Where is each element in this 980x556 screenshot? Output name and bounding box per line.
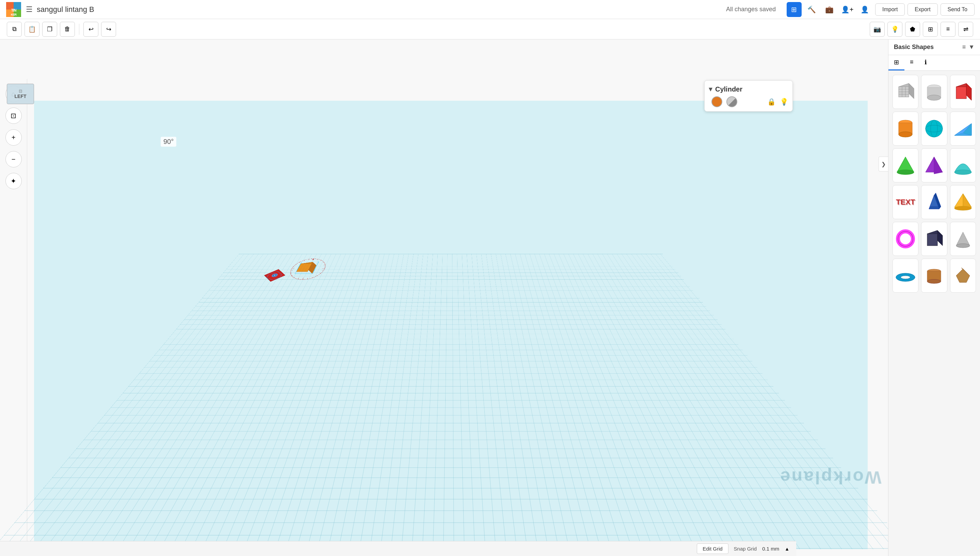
red-diamond-object[interactable]: ✦ [256,268,289,281]
workplane[interactable]: ✦ Workplane [34,101,868,549]
svg-marker-63 [966,83,972,100]
undo-button[interactable]: ↩ [83,22,99,37]
align-button[interactable]: ⊞ [923,22,938,37]
shape-item-torus-flat[interactable] [893,259,919,293]
shape-item-text-red[interactable]: TEXT TEXT [893,185,919,219]
shape-item-cylinder-gray[interactable] [921,75,947,109]
shape-item-cylinder-orange[interactable] [893,112,919,145]
shape-item-wedge-blue[interactable] [950,112,976,145]
edit-grid-button[interactable]: Edit Grid [697,543,728,554]
document-icon[interactable]: ☰ [26,5,33,14]
zoom-out-button[interactable]: − [5,151,22,167]
paste-button[interactable]: 📋 [24,22,39,37]
svg-point-67 [925,120,943,137]
copy-button[interactable]: ⧉ [7,22,22,37]
shape-properties-panel: ▾ Cylinder 🔒 💡 [704,80,793,112]
sidebar-collapse-button[interactable]: ❯ [878,157,888,171]
svg-rect-90 [927,234,938,246]
svg-rect-62 [956,87,966,99]
shape-name: Cylinder [715,86,742,93]
bottom-bar: Edit Grid Snap Grid 0.1 mm ▲ [0,541,796,556]
svg-point-78 [954,170,972,175]
mirror-button[interactable]: ⇌ [958,22,973,37]
more-options-button[interactable]: ✦ [5,173,22,189]
redo-button[interactable]: ↪ [101,22,116,37]
snap-grid-label: Snap Grid [734,546,757,551]
avatar-button[interactable]: 👤 [857,2,872,17]
shapes-expand-button[interactable]: ▼ [969,44,975,51]
list-tab[interactable]: ≡ [904,55,919,70]
svg-marker-99 [956,269,970,283]
svg-line-28 [320,273,321,273]
svg-marker-91 [938,230,943,246]
send-to-button[interactable]: Send To [941,3,975,16]
svg-line-20 [302,278,303,280]
light-prop-icon[interactable]: 💡 [780,98,788,106]
toolbar: ⧉ 📋 ❐ 🗑 ↩ ↪ 📷 💡 ⬟ ⊞ ≡ ⇌ [0,19,980,39]
solid-color-button[interactable] [712,96,722,107]
shape-item-cone-gray[interactable] [950,222,976,256]
svg-point-98 [927,280,941,283]
light-button[interactable]: 💡 [888,22,902,37]
lock-icon[interactable]: 🔒 [767,98,776,106]
svg-line-41 [309,259,309,260]
topbar: TIN KER ☰ sanggul lintang B All changes … [0,0,980,19]
svg-point-93 [956,244,970,248]
svg-marker-52 [909,83,914,99]
svg-point-60 [927,95,941,100]
shape-item-cylinder-brown[interactable] [921,259,947,293]
delete-button[interactable]: 🗑 [60,22,75,37]
duplicate-button[interactable]: ❐ [42,22,57,37]
shapes-dropdown-button[interactable]: ≡ [962,44,966,51]
shape-item-paraboloid-teal[interactable] [950,149,976,183]
grid-surface: ✦ [0,254,888,549]
shape-item-box-navy[interactable] [921,222,947,256]
toolbar-separator-1 [79,24,79,35]
shape-item-pyramid-purple[interactable] [921,149,947,183]
shapes-grid: TEXT TEXT [888,71,980,297]
shape-item-cone-green[interactable] [893,149,919,183]
shapes-panel-title: Basic Shapes [894,44,934,51]
shape-item-shape-brown2[interactable] [950,259,976,293]
canvas-area[interactable]: ⌂ ⊡ + − ✦ ⊡ LEFT [0,39,888,556]
shapes-panel: Basic Shapes ≡ ▼ ⊞ ≡ ℹ [888,39,980,556]
camera-button[interactable]: 📷 [870,22,885,37]
tinkercad-logo[interactable]: TIN KER [5,2,22,18]
shape-item-sphere-teal[interactable] [921,112,947,145]
grid-tab[interactable]: ⊞ [888,55,904,70]
svg-point-75 [897,170,914,175]
zoom-in-button[interactable]: + [5,129,22,145]
grid-view-button[interactable]: ⊞ [787,2,802,17]
svg-point-95 [901,276,910,279]
export-button[interactable]: Export [907,3,938,16]
shape-item-box-striped[interactable] [893,75,919,109]
svg-line-25 [324,265,325,265]
svg-marker-42 [312,258,315,260]
shape-item-torus-pink[interactable] [893,222,919,256]
svg-line-31 [307,278,308,279]
props-collapse-button[interactable]: ▾ [709,85,712,94]
snap-grid-value: 0.1 mm [762,546,779,551]
panel-tabs: ⊞ ≡ ℹ [888,55,980,71]
shape-button[interactable]: ⬟ [905,22,920,37]
briefcase-button[interactable]: 💼 [822,2,837,17]
distribute-button[interactable]: ≡ [941,22,956,37]
shape-item-pyramid-yellow[interactable] [950,185,976,219]
cube-face-left[interactable]: ⊡ LEFT [7,84,34,104]
hammer-button[interactable]: 🔨 [804,2,819,17]
topbar-right-actions: ⊞ 🔨 💼 👤+ 👤 Import Export Send To [787,2,975,17]
shape-item-box-red[interactable] [950,75,976,109]
user-plus-button[interactable]: 👤+ [840,2,855,17]
svg-text:TEXT: TEXT [897,198,916,207]
info-tab[interactable]: ℹ [919,55,932,70]
svg-marker-77 [934,157,943,174]
project-name[interactable]: sanggul lintang B [37,5,722,14]
snap-grid-chevron[interactable]: ▲ [784,546,789,551]
svg-point-88 [898,231,913,246]
cube-label: LEFT [15,94,27,99]
hole-color-button[interactable] [726,96,737,107]
save-status: All changes saved [726,6,776,13]
svg-text:TIN: TIN [11,8,17,12]
import-button[interactable]: Import [875,3,905,16]
shape-item-prism-blue[interactable] [921,185,947,219]
